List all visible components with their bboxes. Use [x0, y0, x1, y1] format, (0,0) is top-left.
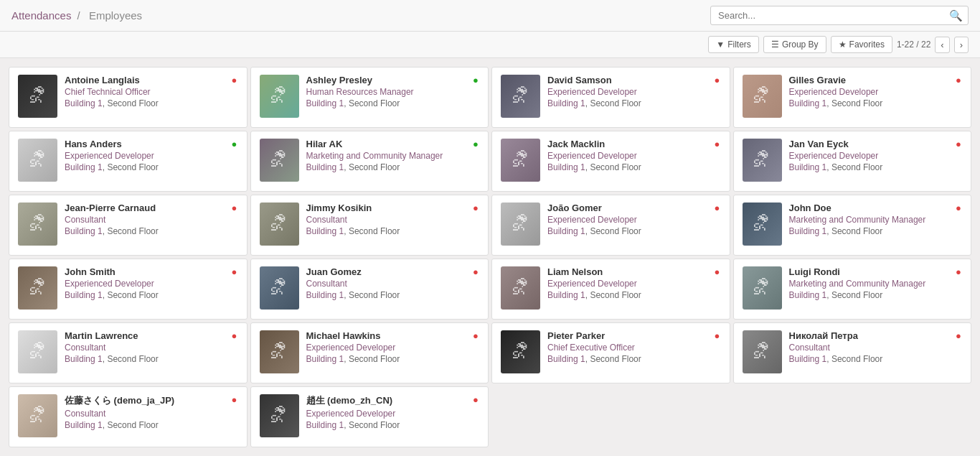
employee-job: Experienced Developer	[65, 151, 238, 161]
employee-name: John Smith	[65, 266, 238, 277]
avatar-placeholder-icon: ⛐	[260, 75, 299, 118]
location-link[interactable]: Building 1	[306, 290, 344, 300]
employee-card[interactable]: ⛐ David Samson Experienced Developer Bui…	[491, 67, 730, 128]
location-link[interactable]: Building 1	[65, 354, 103, 364]
employee-card[interactable]: ⛐ Hilar AK Marketing and Community Manag…	[250, 131, 489, 192]
favorites-button[interactable]: ★ Favorites	[831, 36, 892, 53]
employee-name: Martin Lawrence	[65, 330, 238, 341]
avatar: ⛐	[18, 394, 57, 437]
employee-name: John Doe	[789, 203, 963, 213]
employee-card[interactable]: ⛐ John Smith Experienced Developer Build…	[9, 259, 248, 320]
employee-card[interactable]: ⛐ Jack Macklin Experienced Developer Bui…	[491, 131, 730, 192]
employee-card[interactable]: ⛐ Николай Петра Consultant Building 1, S…	[733, 322, 972, 383]
employee-info: Jan Van Eyck Experienced Developer Build…	[789, 139, 963, 172]
filters-button[interactable]: ▼ Filters	[708, 36, 759, 53]
employee-card[interactable]: ⛐ Hans Anders Experienced Developer Buil…	[9, 131, 248, 192]
breadcrumb: Attendances / Employees	[11, 9, 145, 22]
employee-location: Building 1, Second Floor	[65, 420, 238, 430]
avatar-placeholder-icon: ⛐	[501, 75, 540, 118]
location-link[interactable]: Building 1	[306, 226, 344, 236]
employee-location: Building 1, Second Floor	[547, 354, 721, 364]
pagination-next[interactable]: ›	[954, 37, 969, 53]
location-link[interactable]: Building 1	[547, 98, 585, 108]
employee-card[interactable]: ⛐ Ashley Presley Human Resources Manager…	[250, 67, 489, 128]
location-link[interactable]: Building 1	[789, 290, 827, 300]
employee-location: Building 1, Second Floor	[547, 290, 721, 300]
avatar: ⛐	[501, 203, 540, 246]
employee-job: Experienced Developer	[547, 279, 721, 289]
employee-info: John Smith Experienced Developer Buildin…	[65, 266, 238, 300]
employee-card[interactable]: ⛐ Jan Van Eyck Experienced Developer Bui…	[733, 131, 972, 192]
location-link[interactable]: Building 1	[789, 226, 827, 236]
employee-status-badge: ●	[471, 139, 481, 149]
location-link[interactable]: Building 1	[306, 162, 344, 172]
employee-location: Building 1, Second Floor	[306, 420, 480, 430]
location-link[interactable]: Building 1	[65, 420, 103, 430]
search-box: 🔍	[710, 6, 969, 25]
employee-card[interactable]: ⛐ Antoine Langlais Chief Technical Offic…	[9, 67, 248, 128]
avatar-placeholder-icon: ⛐	[260, 203, 299, 246]
breadcrumb-parent[interactable]: Attendances	[11, 9, 71, 22]
location-link[interactable]: Building 1	[65, 162, 103, 172]
groupby-button[interactable]: ☰ Group By	[763, 36, 826, 53]
employee-job: Chief Executive Officer	[547, 343, 721, 353]
location-link[interactable]: Building 1	[789, 98, 827, 108]
location-link[interactable]: Building 1	[306, 354, 344, 364]
employee-job: Experienced Developer	[547, 151, 721, 161]
location-link[interactable]: Building 1	[789, 162, 827, 172]
employee-card[interactable]: ⛐ Jimmy Kosikin Consultant Building 1, S…	[250, 195, 489, 256]
main-content: ⛐ Antoine Langlais Chief Technical Offic…	[0, 58, 980, 456]
employee-status-badge: ●	[471, 203, 481, 213]
employee-name: Jan Van Eyck	[789, 139, 963, 149]
location-link[interactable]: Building 1	[547, 354, 585, 364]
employee-job: Experienced Developer	[65, 279, 238, 289]
search-button[interactable]: 🔍	[949, 9, 963, 22]
employee-card[interactable]: ⛐ John Doe Marketing and Community Manag…	[733, 195, 972, 256]
avatar-placeholder-icon: ⛐	[743, 139, 782, 182]
toolbar-left: ▼ Filters ☰ Group By ★ Favorites	[708, 36, 892, 53]
employee-status-badge: ●	[953, 203, 963, 213]
employee-card[interactable]: ⛐ Michael Hawkins Experienced Developer …	[250, 322, 489, 383]
employee-card[interactable]: ⛐ Luigi Rondi Marketing and Community Ma…	[733, 259, 972, 320]
avatar-placeholder-icon: ⛐	[260, 330, 299, 373]
employee-name: David Samson	[547, 75, 721, 85]
employee-card[interactable]: ⛐ 趙生 (demo_zh_CN) Experienced Developer …	[250, 386, 489, 447]
employee-status-badge: ●	[230, 266, 240, 276]
employee-info: Gilles Gravie Experienced Developer Buil…	[789, 75, 963, 108]
location-link[interactable]: Building 1	[547, 226, 585, 236]
employee-job: Chief Technical Officer	[65, 87, 238, 97]
employee-card[interactable]: ⛐ Pieter Parker Chief Executive Officer …	[491, 322, 730, 383]
employee-job: Experienced Developer	[789, 151, 963, 161]
employee-status-badge: ●	[230, 139, 240, 149]
employee-location: Building 1, Second Floor	[65, 98, 238, 108]
avatar-placeholder-icon: ⛐	[743, 330, 782, 373]
employee-card[interactable]: ⛐ 佐藤さくら (demo_ja_JP) Consultant Building…	[9, 386, 248, 447]
employee-card[interactable]: ⛐ Martin Lawrence Consultant Building 1,…	[9, 322, 248, 383]
location-link[interactable]: Building 1	[306, 420, 344, 430]
location-link[interactable]: Building 1	[547, 162, 585, 172]
employee-name: 趙生 (demo_zh_CN)	[306, 394, 480, 407]
location-link[interactable]: Building 1	[547, 290, 585, 300]
location-link[interactable]: Building 1	[306, 98, 344, 108]
pagination-prev[interactable]: ‹	[935, 37, 949, 53]
location-link[interactable]: Building 1	[65, 290, 103, 300]
search-input[interactable]	[710, 6, 969, 25]
employee-card[interactable]: ⛐ Liam Nelson Experienced Developer Buil…	[491, 259, 730, 320]
employee-card[interactable]: ⛐ Gilles Gravie Experienced Developer Bu…	[733, 67, 972, 128]
avatar: ⛐	[260, 203, 299, 246]
employee-name: Liam Nelson	[547, 266, 721, 277]
employee-card[interactable]: ⛐ Juan Gomez Consultant Building 1, Seco…	[250, 259, 489, 320]
employee-info: Jean-Pierre Carnaud Consultant Building …	[65, 203, 238, 236]
employee-card[interactable]: ⛐ João Gomer Experienced Developer Build…	[491, 195, 730, 256]
avatar: ⛐	[260, 330, 299, 373]
location-link[interactable]: Building 1	[789, 354, 827, 364]
employee-location: Building 1, Second Floor	[65, 226, 238, 236]
employee-status-badge: ●	[712, 266, 722, 276]
location-link[interactable]: Building 1	[65, 98, 103, 108]
employee-name: Hilar AK	[306, 139, 480, 149]
location-link[interactable]: Building 1	[65, 226, 103, 236]
employee-status-badge: ●	[471, 330, 481, 340]
employee-status-badge: ●	[953, 139, 963, 149]
avatar: ⛐	[260, 266, 299, 310]
employee-card[interactable]: ⛐ Jean-Pierre Carnaud Consultant Buildin…	[9, 195, 248, 256]
